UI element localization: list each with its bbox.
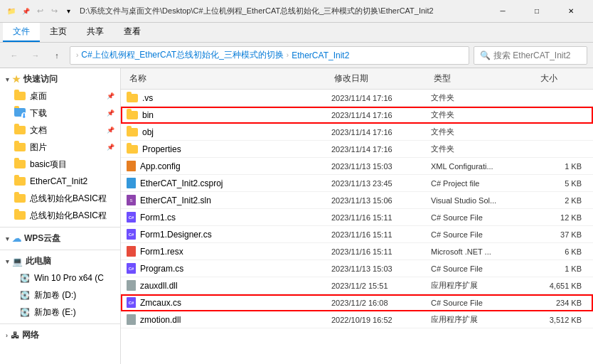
table-row[interactable]: zauxdll.dll 2023/11/2 15:51 应用程序扩展 4,651… xyxy=(121,277,593,294)
file-name: obj xyxy=(142,127,154,137)
search-icon: 🔍 xyxy=(480,50,491,60)
search-box[interactable]: 🔍 xyxy=(474,46,587,65)
sidebar-item-c-drive[interactable]: 💽 Win 10 Pro x64 (C xyxy=(0,269,120,287)
sidebar-item-ethercat-label: EtherCAT_Init2 xyxy=(30,176,87,186)
file-size: 5 KB xyxy=(538,179,587,188)
breadcrumb-item-0[interactable]: C#上位机例程_EtherCAT总线初始化_三种模式的切换 xyxy=(81,49,283,61)
file-name: Program.cs xyxy=(140,264,183,274)
network-chevron: › xyxy=(6,332,8,339)
file-name: zauxdll.dll xyxy=(140,281,178,291)
breadcrumb-item-1[interactable]: EtherCAT_Init2 xyxy=(292,50,349,60)
table-row[interactable]: C# Form1.cs 2023/11/16 15:11 C# Source F… xyxy=(121,209,593,226)
this-pc-label: 此电脑 xyxy=(26,255,51,267)
title-bar: 📁 📌 ↩ ↪ ▾ D:\系统文件与桌面文件\Desktop\C#上位机例程_E… xyxy=(0,0,593,23)
folder-icon-pic xyxy=(14,143,26,151)
file-date: 2023/11/14 17:16 xyxy=(331,94,431,102)
folder-icon-zxjh1 xyxy=(14,194,26,203)
file-name-cell: C# Program.cs xyxy=(127,263,331,274)
sidebar-item-ethercat-init2[interactable]: EtherCAT_Init2 xyxy=(0,173,120,190)
tab-file[interactable]: 文件 xyxy=(3,23,40,42)
tab-home[interactable]: 主页 xyxy=(40,23,77,42)
file-name-cell: zmotion.dll xyxy=(127,314,331,325)
pin-icon-1: 📌 xyxy=(107,109,114,117)
file-name: Form1.resx xyxy=(140,247,183,257)
quick-access-label: 快速访问 xyxy=(23,73,58,85)
window-icon: 📁 xyxy=(6,6,17,17)
minimize-button[interactable]: ─ xyxy=(486,1,519,21)
table-row[interactable]: zmotion.dll 2022/10/19 16:52 应用程序扩展 3,51… xyxy=(121,311,593,328)
forward-button[interactable]: → xyxy=(27,47,44,64)
sidebar-item-documents[interactable]: 文档 📌 xyxy=(0,122,120,139)
divider-1 xyxy=(0,227,120,228)
file-date: 2023/11/13 15:03 xyxy=(331,162,431,171)
file-size: 1 KB xyxy=(538,264,587,273)
quick-access-star-icon: ★ xyxy=(12,74,21,85)
file-date: 2023/11/14 17:16 xyxy=(331,128,431,136)
title-bar-path: D:\系统文件与桌面文件\Desktop\C#上位机例程_EtherCAT总线初… xyxy=(80,6,484,16)
wps-header[interactable]: ▾ ☁ WPS云盘 xyxy=(0,230,120,247)
table-row[interactable]: App.config 2023/11/13 15:03 XML Configur… xyxy=(121,158,593,175)
file-type: 文件夹 xyxy=(431,92,538,103)
sidebar-item-desktop-label: 桌面 xyxy=(30,90,47,102)
table-row[interactable]: bin 2023/11/14 17:16 文件夹 xyxy=(121,107,593,124)
network-header[interactable]: › 🖧 网络 xyxy=(0,327,120,343)
file-date: 2023/11/13 23:45 xyxy=(331,179,431,188)
header-name[interactable]: 名称 xyxy=(127,71,331,86)
computer-icon: 💻 xyxy=(12,257,23,267)
sidebar-item-basic-label: basic项目 xyxy=(30,159,67,171)
folder-icon-tb: ▾ xyxy=(63,6,74,17)
header-type[interactable]: 类型 xyxy=(431,71,538,86)
sidebar-item-basic[interactable]: basic项目 xyxy=(0,156,120,173)
redo-icon[interactable]: ↪ xyxy=(48,6,60,17)
sidebar-item-zxjh1[interactable]: 总线初始化BASIC程 xyxy=(0,190,120,207)
sidebar-item-pictures[interactable]: 图片 📌 xyxy=(0,139,120,156)
table-row[interactable]: Properties 2023/11/14 17:16 文件夹 xyxy=(121,141,593,158)
file-name-cell: Form1.resx xyxy=(127,246,331,257)
folder-icon xyxy=(14,92,26,100)
maximize-button[interactable]: □ xyxy=(520,1,553,21)
file-name-cell: C# Form1.cs xyxy=(127,212,331,223)
download-arrow-icon: ⬇ xyxy=(21,112,27,119)
sidebar-item-desktop[interactable]: 桌面 📌 xyxy=(0,87,120,105)
table-row[interactable]: S EtherCAT_Init2.sln 2023/11/13 15:06 Vi… xyxy=(121,192,593,209)
this-pc-header[interactable]: ▾ 💻 此电脑 xyxy=(0,253,120,269)
address-bar: ← → ↑ › C#上位机例程_EtherCAT总线初始化_三种模式的切换 › … xyxy=(0,43,593,68)
pin-icon-2: 📌 xyxy=(107,127,114,134)
close-button[interactable]: ✕ xyxy=(555,1,587,21)
table-row[interactable]: C# Program.cs 2023/11/13 15:03 C# Source… xyxy=(121,260,593,277)
this-pc-section: ▾ 💻 此电脑 💽 Win 10 Pro x64 (C 💽 新加卷 (D:) 💽… xyxy=(0,253,120,321)
header-size[interactable]: 大小 xyxy=(538,71,587,86)
network-section: › 🖧 网络 xyxy=(0,327,120,343)
quick-access-chevron: ▾ xyxy=(6,76,9,83)
folder-icon xyxy=(127,145,138,154)
sidebar-item-downloads[interactable]: ⬇ 下载 📌 xyxy=(0,105,120,122)
up-button[interactable]: ↑ xyxy=(48,47,65,64)
back-button[interactable]: ← xyxy=(6,47,23,64)
title-bar-controls: ─ □ ✕ xyxy=(486,1,587,21)
breadcrumb[interactable]: › C#上位机例程_EtherCAT总线初始化_三种模式的切换 › EtherC… xyxy=(70,46,469,65)
sidebar-item-zxjh2[interactable]: 总线初始化BASIC程 xyxy=(0,207,120,224)
undo-icon[interactable]: ↩ xyxy=(34,6,46,17)
file-name-cell: EtherCAT_Init2.csproj xyxy=(127,178,331,188)
table-row[interactable]: Form1.resx 2023/11/16 15:11 Microsoft .N… xyxy=(121,243,593,260)
table-row[interactable]: EtherCAT_Init2.csproj 2023/11/13 23:45 C… xyxy=(121,175,593,192)
sidebar-item-zxjh1-label: 总线初始化BASIC程 xyxy=(30,193,107,205)
search-input[interactable] xyxy=(493,50,581,60)
tab-view[interactable]: 查看 xyxy=(114,23,151,42)
network-icon: 🖧 xyxy=(11,331,19,341)
quick-access-header[interactable]: ▾ ★ 快速访问 xyxy=(0,71,120,87)
header-date[interactable]: 修改日期 xyxy=(331,71,431,86)
file-name: Properties xyxy=(142,144,181,154)
drive-icon-e: 💽 xyxy=(20,308,30,317)
table-row[interactable]: .vs 2023/11/14 17:16 文件夹 xyxy=(121,90,593,107)
table-row[interactable]: C# Zmcaux.cs 2023/11/2 16:08 C# Source F… xyxy=(121,294,593,311)
file-type: C# Source File xyxy=(431,213,538,222)
sidebar-item-e-drive[interactable]: 💽 新加卷 (E:) xyxy=(0,304,120,321)
folder-icon xyxy=(127,94,138,102)
table-row[interactable]: C# Form1.Designer.cs 2023/11/16 15:11 C#… xyxy=(121,226,593,243)
table-row[interactable]: obj 2023/11/14 17:16 文件夹 xyxy=(121,124,593,141)
sidebar-item-d-drive[interactable]: 💽 新加卷 (D:) xyxy=(0,287,120,304)
tab-share[interactable]: 共享 xyxy=(77,23,114,42)
sidebar-item-pictures-label: 图片 xyxy=(30,141,47,154)
file-size: 12 KB xyxy=(538,213,587,222)
